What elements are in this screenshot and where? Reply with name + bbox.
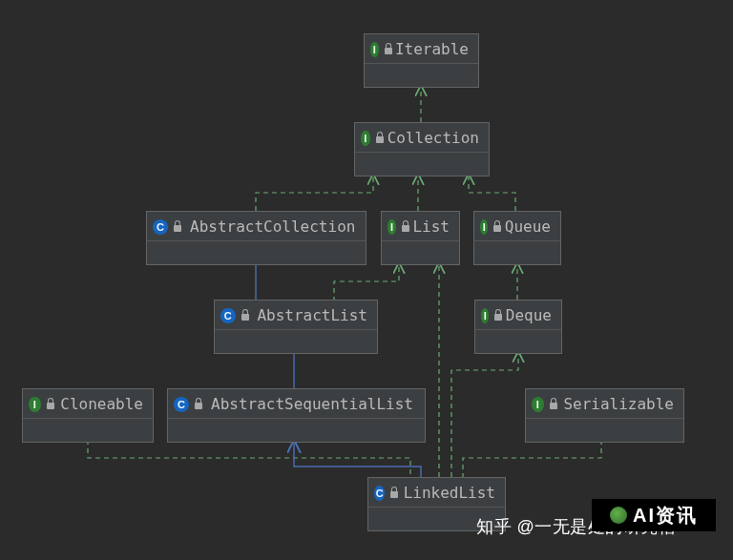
node-cloneable[interactable]: I Cloneable (22, 388, 154, 443)
members-slot (475, 329, 561, 353)
interface-icon: I (370, 42, 379, 57)
node-abstractsequentiallist[interactable]: C AbstractSequentialList (167, 388, 426, 443)
interface-icon: I (387, 219, 396, 235)
badge-text: AI资讯 (633, 503, 698, 529)
class-icon: C (174, 397, 189, 412)
node-label: Queue (505, 216, 551, 239)
lock-icon (549, 398, 558, 411)
node-label: Iterable (395, 38, 469, 61)
lock-icon (241, 309, 252, 322)
interface-icon: I (29, 397, 41, 412)
node-label: List (412, 216, 450, 239)
lock-icon (492, 220, 498, 234)
members-slot (355, 152, 489, 176)
node-label: Serializable (563, 393, 674, 416)
node-label: AbstractSequentialList (211, 393, 413, 416)
class-icon: C (374, 486, 385, 501)
node-abstractcollection[interactable]: C AbstractCollection (146, 211, 366, 265)
node-queue[interactable]: I Queue (473, 211, 561, 265)
node-abstractlist[interactable]: C AbstractList (214, 300, 378, 354)
members-slot (526, 418, 683, 442)
class-icon: C (153, 219, 168, 235)
lock-icon (493, 309, 499, 322)
author-watermark: 知乎 @一无是处的研究僧 (476, 515, 676, 538)
members-slot (215, 329, 377, 353)
lock-icon (384, 43, 389, 56)
node-linkedlist[interactable]: C LinkedList (367, 477, 506, 531)
lock-icon (46, 398, 55, 411)
members-slot (382, 240, 459, 264)
lock-icon (401, 220, 408, 234)
node-deque[interactable]: I Deque (474, 300, 562, 354)
node-label: Collection (387, 127, 479, 150)
members-slot (474, 240, 560, 264)
lock-icon (375, 132, 382, 145)
members-slot (365, 63, 478, 87)
interface-icon: I (480, 219, 488, 235)
lock-icon (173, 220, 184, 234)
interface-icon: I (532, 397, 544, 412)
interface-icon: I (361, 131, 370, 146)
node-label: AbstractList (257, 304, 367, 327)
members-slot (147, 240, 366, 264)
node-label: Cloneable (60, 393, 143, 416)
lock-icon (389, 487, 397, 500)
node-label: Deque (506, 304, 552, 327)
class-icon: C (220, 308, 236, 323)
lock-icon (194, 398, 205, 411)
node-label: AbstractCollection (190, 216, 355, 239)
interface-icon: I (481, 308, 489, 323)
members-slot (368, 507, 505, 530)
badge-icon (610, 507, 627, 524)
members-slot (23, 418, 153, 442)
members-slot (168, 418, 425, 442)
node-serializable[interactable]: I Serializable (525, 388, 684, 443)
node-iterable[interactable]: I Iterable (364, 33, 479, 88)
node-label: LinkedList (404, 482, 495, 505)
source-badge: AI资讯 (592, 499, 716, 531)
node-collection[interactable]: I Collection (354, 122, 490, 176)
uml-class-diagram: I Iterable I Collection C AbstractCollec… (0, 0, 733, 560)
node-list[interactable]: I List (381, 211, 460, 265)
